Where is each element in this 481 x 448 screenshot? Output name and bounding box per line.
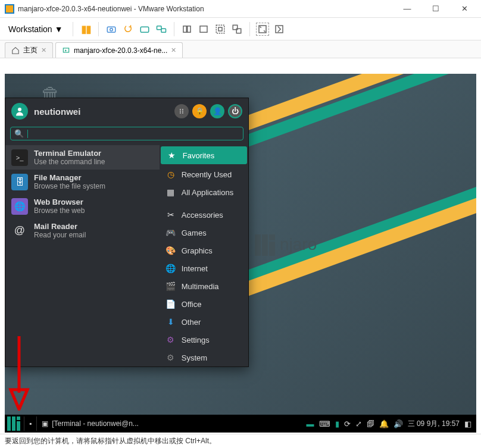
snapshot-manage-icon[interactable] <box>138 23 151 36</box>
logout-button[interactable]: ⏻ <box>228 104 242 118</box>
category-accessories[interactable]: ✂Accessories <box>160 206 248 224</box>
view-single-icon[interactable] <box>180 23 193 36</box>
category-office[interactable]: 📄Office <box>160 295 248 313</box>
settings-icon: ⚙ <box>165 334 176 345</box>
settings-manager-button[interactable]: ⁝⁝ <box>174 104 189 118</box>
keyboard-icon[interactable]: ⌨ <box>319 419 330 428</box>
file-manager-icon: 🗄 <box>11 174 28 190</box>
switch-user-button[interactable]: 👤 <box>210 104 224 118</box>
snapshot-manager-icon[interactable] <box>155 23 168 36</box>
tab-vm-close[interactable]: ✕ <box>171 46 176 54</box>
globe-icon: 🌐 <box>11 198 28 215</box>
svg-rect-2 <box>140 27 149 32</box>
clock-icon: ◷ <box>165 169 176 180</box>
snapshot-revert-icon[interactable] <box>121 23 135 36</box>
view-console-icon[interactable] <box>197 23 210 36</box>
vm-icon <box>62 46 70 55</box>
xfce-taskbar: ▪ ▣ [Terminal - neutionwei@n... ▬ ⌨ ▮ ⟳ … <box>5 415 476 433</box>
app-name: Web Browser <box>34 198 85 206</box>
close-button[interactable]: ✕ <box>456 3 473 15</box>
svg-rect-13 <box>276 26 283 33</box>
svg-rect-3 <box>157 26 161 29</box>
category-recently-used[interactable]: ◷Recently Used <box>160 165 248 183</box>
app-file-manager[interactable]: 🗄 File Manager Browse the file system <box>5 170 160 194</box>
app-name: File Manager <box>34 173 105 182</box>
category-all-applications[interactable]: ▦All Applications <box>160 183 248 201</box>
tray-network-icon[interactable]: ⤢ <box>355 419 362 428</box>
home-icon <box>11 46 20 55</box>
show-desktop-button[interactable]: ▪ <box>24 416 36 431</box>
manjaro-mark-icon <box>255 234 275 255</box>
clock-label[interactable]: 三 09 9月, 19:57 <box>408 419 460 429</box>
category-games[interactable]: 🎮Games <box>160 224 248 242</box>
fullscreen-icon[interactable] <box>214 23 227 36</box>
svg-rect-8 <box>216 25 224 33</box>
other-icon: ⬇ <box>165 317 176 327</box>
category-other[interactable]: ⬇Other <box>160 313 248 331</box>
app-web-browser[interactable]: 🌐 Web Browser Browse the web <box>5 194 160 218</box>
category-internet[interactable]: 🌐Internet <box>160 259 248 277</box>
taskbar-task-label: [Terminal - neutionwei@n... <box>52 419 139 428</box>
internet-icon: 🌐 <box>165 263 176 274</box>
svg-point-15 <box>18 108 21 111</box>
lock-screen-button[interactable]: 🔒 <box>192 104 207 118</box>
tab-vm[interactable]: manjaro-xfce-20.0.3-x64-ne... ✕ <box>55 42 183 58</box>
app-name: Terminal Emulator <box>34 149 105 158</box>
star-icon: ★ <box>167 150 177 161</box>
snapshot-icon[interactable] <box>105 23 118 36</box>
tray-battery-icon[interactable]: ▮ <box>335 419 339 428</box>
vmware-toolbar: Workstation▼ ▮▮ <box>0 18 481 40</box>
mail-icon: @ <box>11 223 28 239</box>
app-terminal-emulator[interactable]: >_ Terminal Emulator Use the command lin… <box>5 145 160 170</box>
grid-icon: ▦ <box>165 187 176 198</box>
tab-home-label: 主页 <box>23 45 38 55</box>
user-avatar-icon[interactable] <box>11 103 28 120</box>
multimedia-icon: 🎬 <box>165 281 176 292</box>
whisker-menu-button[interactable] <box>7 416 21 431</box>
app-desc: Browse the web <box>34 206 85 215</box>
whisker-menu: neutionwei ⁝⁝ 🔒 👤 ⏻ 🔍 >_ Terminal Emulat… <box>5 98 249 367</box>
guest-display[interactable]: 🗑 njaro neutionwei ⁝⁝ 🔒 👤 ⏻ 🔍 <box>5 74 476 433</box>
username-label: neutionwei <box>34 106 168 117</box>
category-multimedia[interactable]: 🎬Multimedia <box>160 277 248 295</box>
minimize-button[interactable]: — <box>399 3 416 15</box>
tray-power-icon[interactable]: ◧ <box>464 419 471 428</box>
tray-volume-icon[interactable]: 🔊 <box>393 419 403 428</box>
stretch-guest-icon[interactable] <box>256 23 269 36</box>
favorites-list: >_ Terminal Emulator Use the command lin… <box>5 145 160 366</box>
window-titlebar: manjaro-xfce-20.0.3-x64-neutionwei - VMw… <box>0 0 481 18</box>
tab-bar: 主页 ✕ manjaro-xfce-20.0.3-x64-ne... ✕ <box>0 40 481 58</box>
category-system[interactable]: ⚙System <box>160 349 248 366</box>
app-mail-reader[interactable]: @ Mail Reader Read your email <box>5 218 160 243</box>
workstation-menu[interactable]: Workstation▼ <box>5 22 67 36</box>
taskbar-terminal[interactable]: ▣ [Terminal - neutionwei@n... <box>36 416 143 431</box>
maximize-button[interactable]: ☐ <box>427 3 444 15</box>
tab-home-close[interactable]: ✕ <box>41 46 46 54</box>
svg-rect-5 <box>183 26 186 32</box>
tab-home[interactable]: 主页 ✕ <box>5 42 53 58</box>
office-icon: 📄 <box>165 299 176 309</box>
tray-notification-icon[interactable]: 🔔 <box>379 419 389 428</box>
accessories-icon: ✂ <box>165 209 176 220</box>
games-icon: 🎮 <box>165 227 176 238</box>
text-caret <box>27 130 28 138</box>
system-icon: ⚙ <box>165 352 176 363</box>
pause-icon[interactable]: ▮▮ <box>79 23 92 36</box>
svg-rect-0 <box>107 27 115 32</box>
vmware-statusbar: 要返回到您的计算机，请将鼠标指针从虚拟机中移出或按 Ctrl+Alt。 <box>0 434 481 448</box>
tray-update-icon[interactable]: ⟳ <box>344 419 351 428</box>
tab-vm-label: manjaro-xfce-20.0.3-x64-ne... <box>74 46 167 55</box>
app-desc: Use the command line <box>34 158 105 166</box>
category-graphics[interactable]: 🎨Graphics <box>160 242 248 259</box>
category-favorites[interactable]: ★Favorites <box>161 146 247 164</box>
tray-clipboard-icon[interactable]: 🗐 <box>367 419 374 428</box>
svg-rect-9 <box>218 27 222 31</box>
fit-guest-icon[interactable] <box>273 23 286 36</box>
search-input[interactable] <box>32 129 239 138</box>
svg-rect-6 <box>187 26 190 32</box>
workspace-switcher[interactable]: ▬ <box>307 419 314 428</box>
search-box[interactable]: 🔍 <box>10 127 243 140</box>
app-desc: Browse the file system <box>34 182 105 190</box>
category-settings[interactable]: ⚙Settings <box>160 331 248 349</box>
unity-icon[interactable] <box>230 23 243 36</box>
